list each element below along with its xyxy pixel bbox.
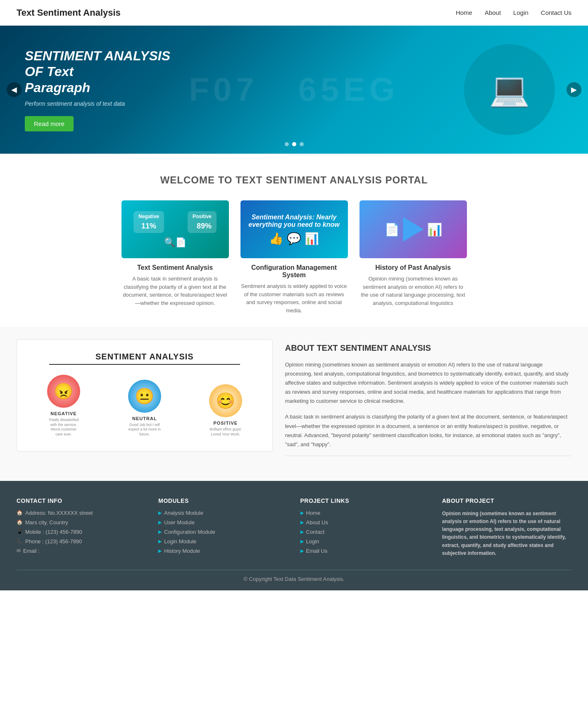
face-neg-emoji: 😠 xyxy=(54,382,73,400)
mobile-icon: 📱 xyxy=(17,529,23,535)
proj-contact-link[interactable]: Contact xyxy=(306,529,325,535)
sentiment-right-panel: ABOUT TEXT SENTIMENT ANALYSIS Opinion mi… xyxy=(285,339,571,464)
hero-subtitle: Perform sentiment analysis of text data xyxy=(25,100,170,107)
face-negative: 😠 NEGATIVE Totally dissatisfied with the… xyxy=(47,375,80,437)
footer-grid: CONTACT INFO 🏠 Address: No.XXXXXX street… xyxy=(17,497,571,557)
footer-module-5: ▶ History Module xyxy=(158,548,288,554)
analysis-module-link[interactable]: Analysis Module xyxy=(164,510,203,516)
neg-percent: 11% xyxy=(138,222,159,231)
card2-img-text: Sentiment Analysis: Nearly everything yo… xyxy=(240,214,348,228)
card3-desc: Opinion mining (sometimes known as senti… xyxy=(359,275,467,307)
card-text-sentiment: Negative 11% Positive 89% 🔍📄 Text Sentim… xyxy=(121,200,229,314)
footer-address1: 🏠 Address: No.XXXXXX street xyxy=(17,510,146,516)
read-more-button[interactable]: Read more xyxy=(25,116,74,131)
footer-module-4: ▶ Login Module xyxy=(158,538,288,545)
footer-module-1: ▶ Analysis Module xyxy=(158,510,288,516)
face-neu-label: NEUTRAL xyxy=(128,416,161,421)
arrow-icon-2: ▶ xyxy=(158,520,162,525)
history-module-link[interactable]: History Module xyxy=(164,548,200,554)
face-neg-label: NEGATIVE xyxy=(47,411,80,416)
about-divider xyxy=(285,456,571,456)
sentiment-left-panel: SENTIMENT ANALYSIS 😠 NEGATIVE Totally di… xyxy=(17,339,273,452)
phone-icon: 📞 xyxy=(17,538,23,544)
proj-link-login: ▶ Login xyxy=(300,538,430,545)
hero-content: SENTIMENT ANALYSIS OF Text Paragraph Per… xyxy=(0,31,195,148)
face-neu-desc: Good Job but I will expect a lot more in… xyxy=(128,423,161,437)
card3-image: 📄 📊 xyxy=(359,200,467,258)
sentiment-left-title: SENTIMENT ANALYSIS xyxy=(25,352,264,362)
nav-contact[interactable]: Contact Us xyxy=(541,9,571,16)
card3-title: History of Past Analysis xyxy=(359,264,467,271)
brand-title: Text Sentiment Analysis xyxy=(17,7,121,18)
face-pos-circle: 😊 xyxy=(209,384,242,417)
arrow-icon-5: ▶ xyxy=(158,548,162,554)
proj-link-contact: ▶ Contact xyxy=(300,529,430,535)
footer-copyright: © Copyright Text Data Sentiment Analysis… xyxy=(17,570,571,582)
face-pos-emoji: 😊 xyxy=(216,392,235,410)
card-history-analysis: 📄 📊 History of Past Analysis Opinion min… xyxy=(359,200,467,314)
hero-dot-1[interactable] xyxy=(285,142,289,146)
card3-visual: 📄 📊 xyxy=(384,200,442,258)
location-icon: 🏠 xyxy=(17,519,23,525)
footer-address2: 🏠 Mars city, Country xyxy=(17,519,146,526)
login-module-link[interactable]: Login Module xyxy=(164,538,196,545)
arrow-icon-1: ▶ xyxy=(158,510,162,516)
proj-home-link[interactable]: Home xyxy=(306,510,321,516)
footer-phone: 📞 Phone : (123) 456-7890 xyxy=(17,538,146,545)
card-config-management: Sentiment Analysis: Nearly everything yo… xyxy=(240,200,348,314)
card3-chart-icon: 📊 xyxy=(427,222,442,237)
about-sentiment-title: ABOUT TEXT SENTIMENT ANALYSIS xyxy=(285,343,571,353)
arrow-icon-3: ▶ xyxy=(158,529,162,535)
nav-about[interactable]: About xyxy=(485,9,501,16)
arrow-icon-pl-3: ▶ xyxy=(300,529,304,535)
proj-email-link[interactable]: Email Us xyxy=(306,548,328,554)
hero-carousel-dots xyxy=(285,142,304,146)
proj-login-link[interactable]: Login xyxy=(306,538,319,545)
card2-title: Configuration Management System xyxy=(240,264,348,279)
sentiment-divider xyxy=(49,364,240,365)
footer-contact-title: CONTACT INFO xyxy=(17,497,146,504)
hero-next-button[interactable]: ▶ xyxy=(567,82,581,97)
proj-link-about: ▶ About Us xyxy=(300,519,430,526)
face-neutral: 😐 NEUTRAL Good Job but I will expect a l… xyxy=(128,380,161,437)
proj-link-email: ▶ Email Us xyxy=(300,548,430,554)
card3-arrow xyxy=(403,217,424,242)
face-neu-emoji: 😐 xyxy=(135,387,154,405)
arrow-icon-pl-1: ▶ xyxy=(300,510,304,516)
footer-mobile: 📱 Mobile : (123) 456-7890 xyxy=(17,529,146,535)
hero-title: SENTIMENT ANALYSIS OF Text Paragraph xyxy=(25,48,170,95)
hero-prev-button[interactable]: ◀ xyxy=(7,82,21,97)
footer: CONTACT INFO 🏠 Address: No.XXXXXX street… xyxy=(0,481,588,590)
hero-dot-2[interactable] xyxy=(292,142,296,146)
arrow-icon-4: ▶ xyxy=(158,539,162,544)
proj-about-link[interactable]: About Us xyxy=(306,519,328,526)
copyright-text: © Copyright Text Data Sentiment Analysis… xyxy=(243,576,344,582)
positive-label: Positive 89% xyxy=(188,211,217,233)
card2-image: Sentiment Analysis: Nearly everything yo… xyxy=(240,200,348,258)
hero-dot-3[interactable] xyxy=(300,142,304,146)
face-neu-circle: 😐 xyxy=(128,380,161,413)
footer-links-col: PROJECT LINKS ▶ Home ▶ About Us ▶ Contac… xyxy=(300,497,430,557)
card1-image: Negative 11% Positive 89% 🔍📄 xyxy=(121,200,229,258)
footer-module-3: ▶ Configuration Module xyxy=(158,529,288,535)
card1-desc: A basic task in sentiment analysis is cl… xyxy=(121,275,229,307)
user-module-link[interactable]: User Module xyxy=(164,519,195,526)
footer-about-col: ABOUT PROJECT Opinion mining (sometimes … xyxy=(442,497,571,557)
face-neg-desc: Totally dissatisfied with the service. W… xyxy=(47,418,80,437)
face-neg-circle: 😠 xyxy=(47,375,80,408)
welcome-section: WELCOME TO TEXT SENTIMENT ANALYSIS PORTA… xyxy=(0,154,588,327)
card2-icons: 👍 💬 📊 xyxy=(269,232,319,245)
card1-visual: Negative 11% Positive 89% 🔍📄 xyxy=(121,200,229,258)
card1-title: Text Sentiment Analysis xyxy=(121,264,229,271)
pos-percent: 89% xyxy=(193,222,212,231)
footer-modules-col: MODULES ▶ Analysis Module ▶ User Module … xyxy=(158,497,288,557)
arrow-icon-pl-4: ▶ xyxy=(300,539,304,544)
nav-home[interactable]: Home xyxy=(456,9,472,16)
footer-project-links-list: ▶ Home ▶ About Us ▶ Contact ▶ Login ▶ xyxy=(300,510,430,554)
nav-login[interactable]: Login xyxy=(513,9,528,16)
cards-row: Negative 11% Positive 89% 🔍📄 Text Sentim… xyxy=(17,200,571,314)
negative-label: Negative 11% xyxy=(133,211,164,233)
config-module-link[interactable]: Configuration Module xyxy=(164,529,215,535)
about-para2: A basic task in sentiment analysis is cl… xyxy=(285,412,571,449)
footer-email: ✉ Email : xyxy=(17,548,146,554)
